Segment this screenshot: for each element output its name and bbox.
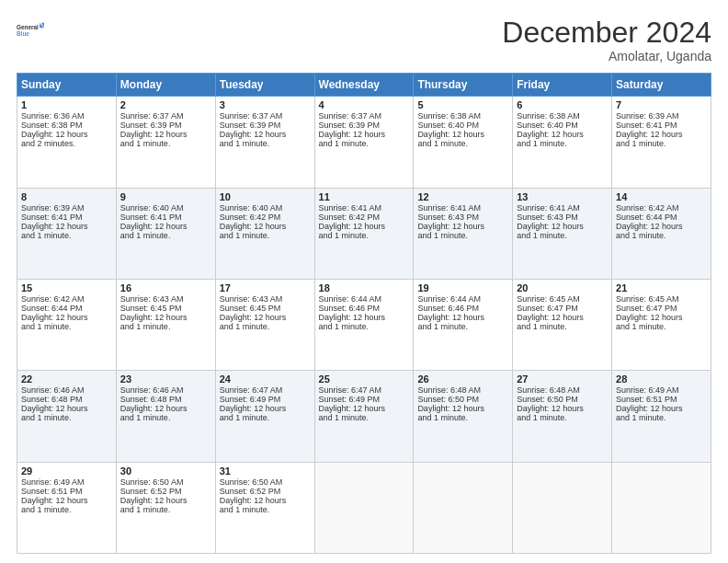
sunrise-text: Sunrise: 6:40 AM [120,203,184,213]
day-number: 7 [616,99,707,110]
daylight-text: Daylight: 12 hours [417,404,484,413]
sunset-text: Sunset: 6:41 PM [21,213,83,222]
daylight-text: Daylight: 12 hours [517,404,584,413]
sunset-text: Sunset: 6:52 PM [120,487,182,496]
table-row: 29Sunrise: 6:49 AMSunset: 6:51 PMDayligh… [17,462,117,553]
day-number: 23 [120,373,211,385]
sunrise-text: Sunrise: 6:48 AM [417,385,481,395]
daylight-minutes-text: and 1 minute. [21,413,72,422]
table-row [612,462,711,553]
sunrise-text: Sunrise: 6:49 AM [21,477,85,487]
daylight-text: Daylight: 12 hours [616,222,683,231]
day-number: 4 [319,99,410,110]
table-row: 10Sunrise: 6:40 AMSunset: 6:42 PMDayligh… [215,188,314,279]
day-number: 1 [21,99,112,110]
sunrise-text: Sunrise: 6:50 AM [220,477,283,487]
day-number: 16 [120,282,211,293]
sunrise-text: Sunrise: 6:40 AM [220,203,283,213]
daylight-text: Daylight: 12 hours [120,496,188,505]
daylight-text: Daylight: 12 hours [319,404,386,413]
sunrise-text: Sunrise: 6:39 AM [21,203,85,213]
sunset-text: Sunset: 6:49 PM [319,395,381,404]
sunset-text: Sunset: 6:51 PM [616,395,677,404]
day-number: 27 [517,373,608,385]
daylight-minutes-text: and 1 minute. [616,322,666,331]
sunrise-text: Sunrise: 6:39 AM [616,111,679,121]
table-row: 27Sunrise: 6:48 AMSunset: 6:50 PMDayligh… [513,371,612,462]
sunrise-text: Sunrise: 6:43 AM [120,294,184,304]
sunrise-text: Sunrise: 6:37 AM [120,111,184,121]
day-number: 2 [120,99,211,110]
calendar-week-3: 15Sunrise: 6:42 AMSunset: 6:44 PMDayligh… [17,279,711,370]
daylight-text: Daylight: 12 hours [220,496,287,505]
table-row [513,462,612,553]
day-number: 19 [417,282,508,293]
col-thursday: Thursday [414,74,513,97]
table-row: 17Sunrise: 6:43 AMSunset: 6:45 PMDayligh… [215,279,314,370]
daylight-text: Daylight: 12 hours [120,222,188,231]
day-number: 24 [220,373,311,385]
daylight-text: Daylight: 12 hours [616,130,683,139]
daylight-minutes-text: and 1 minute. [220,231,270,240]
day-number: 5 [417,99,508,110]
table-row: 18Sunrise: 6:44 AMSunset: 6:46 PMDayligh… [314,279,414,370]
day-number: 10 [220,191,311,202]
daylight-text: Daylight: 12 hours [417,222,484,231]
table-row: 23Sunrise: 6:46 AMSunset: 6:48 PMDayligh… [116,371,215,462]
table-row: 19Sunrise: 6:44 AMSunset: 6:46 PMDayligh… [414,279,513,370]
daylight-minutes-text: and 1 minute. [220,139,270,148]
table-row: 25Sunrise: 6:47 AMSunset: 6:49 PMDayligh… [314,371,414,462]
page: GeneralBlue December 2024 Amolatar, Ugan… [0,0,728,563]
day-number: 15 [21,282,112,293]
col-saturday: Saturday [612,74,711,97]
table-row: 26Sunrise: 6:48 AMSunset: 6:50 PMDayligh… [414,371,513,462]
table-row: 2Sunrise: 6:37 AMSunset: 6:39 PMDaylight… [116,97,215,188]
sunrise-text: Sunrise: 6:49 AM [616,385,679,395]
day-number: 30 [120,465,211,477]
table-row: 14Sunrise: 6:42 AMSunset: 6:44 PMDayligh… [612,188,711,279]
daylight-text: Daylight: 12 hours [517,130,584,139]
table-row: 12Sunrise: 6:41 AMSunset: 6:43 PMDayligh… [414,188,513,279]
sunset-text: Sunset: 6:49 PM [220,395,281,404]
daylight-minutes-text: and 1 minute. [616,139,666,148]
table-row: 3Sunrise: 6:37 AMSunset: 6:39 PMDaylight… [215,97,314,188]
daylight-text: Daylight: 12 hours [417,130,484,139]
table-row: 11Sunrise: 6:41 AMSunset: 6:42 PMDayligh… [314,188,414,279]
sunset-text: Sunset: 6:39 PM [120,121,182,130]
daylight-minutes-text: and 1 minute. [220,322,270,331]
daylight-text: Daylight: 12 hours [120,404,188,413]
subtitle: Amolatar, Uganda [502,49,711,63]
table-row: 28Sunrise: 6:49 AMSunset: 6:51 PMDayligh… [612,371,711,462]
table-row: 16Sunrise: 6:43 AMSunset: 6:45 PMDayligh… [116,279,215,370]
daylight-text: Daylight: 12 hours [21,222,88,231]
table-row: 21Sunrise: 6:45 AMSunset: 6:47 PMDayligh… [612,279,711,370]
sunrise-text: Sunrise: 6:37 AM [220,111,283,121]
table-row: 30Sunrise: 6:50 AMSunset: 6:52 PMDayligh… [116,462,215,553]
table-row: 5Sunrise: 6:38 AMSunset: 6:40 PMDaylight… [414,97,513,188]
sunset-text: Sunset: 6:38 PM [21,121,83,130]
sunset-text: Sunset: 6:45 PM [220,304,281,313]
sunset-text: Sunset: 6:42 PM [220,213,281,222]
day-number: 17 [220,282,311,293]
daylight-minutes-text: and 1 minute. [517,413,567,422]
sunrise-text: Sunrise: 6:41 AM [417,203,481,213]
daylight-text: Daylight: 12 hours [517,222,584,231]
daylight-minutes-text: and 1 minute. [21,231,72,240]
title-block: December 2024 Amolatar, Uganda [502,17,711,63]
daylight-minutes-text: and 1 minute. [120,231,171,240]
sunrise-text: Sunrise: 6:41 AM [319,203,382,213]
day-number: 9 [120,191,211,202]
daylight-minutes-text: and 1 minute. [120,322,171,331]
daylight-minutes-text: and 1 minute. [120,505,171,514]
sunset-text: Sunset: 6:48 PM [21,395,83,404]
daylight-text: Daylight: 12 hours [21,130,88,139]
sunrise-text: Sunrise: 6:42 AM [21,294,85,304]
sunset-text: Sunset: 6:50 PM [417,395,479,404]
daylight-minutes-text: and 1 minute. [517,139,567,148]
day-number: 14 [616,191,707,202]
daylight-text: Daylight: 12 hours [21,404,88,413]
sunrise-text: Sunrise: 6:50 AM [120,477,184,487]
day-number: 28 [616,373,707,385]
day-number: 3 [220,99,311,110]
day-number: 26 [417,373,508,385]
